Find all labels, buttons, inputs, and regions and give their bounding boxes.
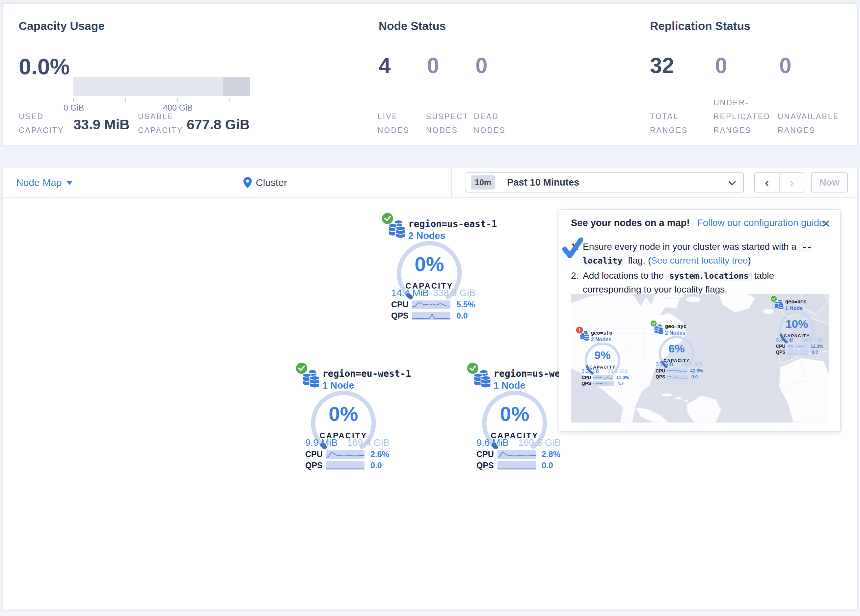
toolbar-divider [451, 168, 452, 198]
used-capacity-label: USED [19, 112, 44, 121]
previous-timeframe-button[interactable]: ‹ [755, 173, 780, 192]
setup-step-1: 1. Ensure every node in your cluster was… [571, 240, 830, 268]
region-label: geo=sfo [591, 330, 612, 336]
qps-label: QPS [476, 461, 497, 470]
live-nodes-count: 4 [379, 53, 391, 78]
qps-value: 0.0 [456, 311, 468, 320]
dead-nodes-count: 0 [476, 53, 488, 78]
unavailable-count: 0 [779, 53, 791, 78]
qps-value: 0.0 [691, 375, 698, 380]
view-selector-label: Node Map [16, 177, 61, 188]
capacity-percent: 0% [475, 402, 554, 425]
cpu-label: CPU [391, 300, 412, 309]
cpu-value: 2.8% [541, 450, 560, 459]
locality-tree-link[interactable]: See current locality tree [651, 255, 748, 266]
qps-label: QPS [391, 311, 412, 320]
used-capacity: 9.9 MiB [305, 437, 337, 448]
step-number: 2. [571, 269, 583, 296]
cpu-sparkline [412, 301, 450, 309]
capacity-usage-title: Capacity Usage [19, 19, 105, 33]
cpu-sparkline [497, 450, 536, 459]
capacity-percent: 10% [775, 318, 819, 331]
health-ok-icon [466, 362, 479, 375]
cpu-value: 12.3% [810, 343, 823, 349]
warning-count: 1 [578, 328, 581, 332]
region-group-geo-sfo: 1 geo=sfo 2 Nodes 9% CAPACITY 3.2 GiB 35… [574, 323, 631, 388]
region-group-us-east-1[interactable]: region=us-east-1 2 Nodes 0% CAPACITY 14.… [377, 205, 482, 324]
cpu-value: 2.6% [370, 450, 389, 459]
breadcrumb-label[interactable]: Cluster [256, 177, 287, 188]
cpu-value: 5.5% [456, 300, 475, 309]
time-range-dropdown[interactable]: 10m Past 10 Minutes [466, 172, 744, 193]
cpu-label: CPU [776, 343, 787, 349]
qps-sparkline [412, 312, 450, 320]
qps-label: QPS [581, 381, 593, 386]
close-icon[interactable]: ✕ [821, 218, 830, 230]
health-ok-icon [295, 362, 308, 375]
next-timeframe-button[interactable]: › [780, 173, 804, 192]
cpu-label: CPU [581, 375, 593, 380]
node-status-title: Node Status [379, 19, 446, 33]
qps-value: 4.7 [617, 381, 624, 386]
cluster-overview-page: Capacity Usage 0.0% 0 GiB 400 GiB USED C… [0, 0, 860, 616]
suspect-nodes-label2: NODES [426, 126, 458, 135]
qps-label: QPS [656, 375, 667, 380]
map-pin-icon [243, 177, 252, 188]
qps-sparkline [667, 375, 688, 379]
live-nodes-label: LIVE [378, 112, 398, 121]
total-capacity: 169.4 GiB [347, 437, 389, 448]
axis-tick [229, 98, 230, 102]
health-warning-icon: 1 [576, 327, 583, 334]
region-group-us-west-1[interactable]: region=us-west-1 1 Node 0% CAPACITY 9.6 … [462, 355, 567, 473]
qps-label: QPS [776, 350, 787, 355]
region-group-geo-nyc: geo=nyc 2 Nodes 6% CAPACITY 3.7 GiB 65.7… [648, 316, 706, 381]
unavailable-label2: RANGES [778, 126, 816, 135]
used-capacity: 3.7 GiB [656, 362, 673, 368]
suspect-nodes-count: 0 [427, 53, 439, 78]
region-group-eu-west-1[interactable]: region=eu-west-1 1 Node 0% CAPACITY 9.9 … [291, 355, 396, 473]
capacity-percent: 9% [581, 349, 624, 362]
under-replicated-count: 0 [715, 53, 727, 78]
used-capacity-value: 33.9 MiB [74, 117, 129, 133]
capacity-percent: 0.0% [19, 53, 70, 79]
node-map-toolbar: Node Map Cluster 10m Past 10 Minutes ‹ › [3, 168, 857, 198]
view-selector-dropdown[interactable]: Node Map [16, 168, 73, 198]
usable-capacity-label2: CAPACITY [138, 126, 183, 135]
qps-sparkline [326, 461, 364, 470]
step-text: Add locations to the [583, 271, 666, 281]
popup-header: See your nodes on a map! Follow our conf… [559, 210, 840, 236]
under-replicated-label2: RANGES [714, 126, 751, 135]
under-replicated-label0: UNDER- [714, 99, 749, 107]
step-text: ) [748, 255, 751, 266]
configuration-guide-link[interactable]: Follow our configuration guide [697, 218, 824, 228]
region-node-count[interactable]: 1 Node [494, 380, 526, 391]
region-node-count[interactable]: 1 Node [322, 380, 354, 391]
under-replicated-label: REPLICATED [714, 112, 771, 121]
total-ranges-count: 32 [650, 53, 674, 78]
qps-label: QPS [305, 461, 326, 470]
region-label: region=eu-west-1 [322, 368, 411, 379]
cpu-value: 11.0% [616, 375, 629, 380]
health-ok-icon [771, 296, 777, 303]
total-capacity: 338.9 GiB [433, 288, 476, 298]
step-text: flag. ( [625, 255, 651, 266]
now-button[interactable]: Now [811, 172, 848, 193]
capacity-bar-reserved [223, 77, 250, 96]
region-node-count: 2 Nodes [665, 330, 686, 336]
dead-nodes-label2: NODES [474, 126, 506, 135]
total-ranges-label2: RANGES [650, 126, 688, 135]
cpu-sparkline [787, 344, 807, 348]
cpu-label: CPU [476, 450, 497, 459]
region-node-count: 1 Node [785, 306, 803, 311]
chevron-down-icon [66, 181, 73, 185]
total-capacity: 34.4 GiB [802, 337, 822, 343]
qps-value: 0.0 [541, 461, 553, 470]
cpu-sparkline [667, 368, 687, 373]
total-capacity: 65.7 GiB [681, 362, 702, 368]
region-node-count[interactable]: 2 Nodes [408, 230, 446, 241]
total-ranges-label: TOTAL [650, 112, 679, 121]
health-ok-icon [381, 212, 394, 225]
cpu-sparkline [593, 375, 613, 380]
time-range-label: Past 10 Minutes [507, 177, 579, 188]
cpu-sparkline [326, 450, 364, 459]
